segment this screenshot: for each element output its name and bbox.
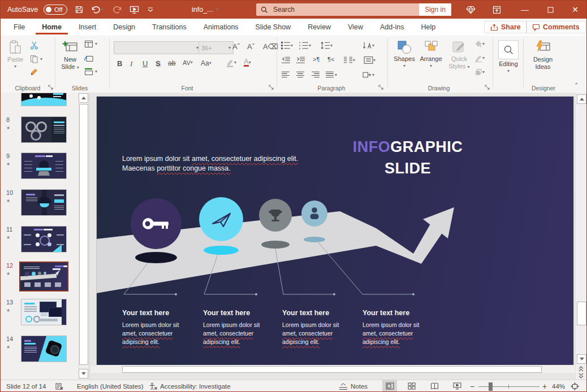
slide-thumbnail-selected[interactable] [19,262,68,291]
slide-thumbnail[interactable] [21,116,67,143]
collapse-ribbon-button[interactable]: ⌃ [574,82,579,88]
slide-sorter-view-button[interactable] [404,380,419,391]
slideshow-view-button[interactable] [450,380,464,391]
design-ideas-button[interactable]: DesignIdeas [528,40,558,71]
underline-button[interactable]: U [143,59,148,68]
highlight-color-button[interactable]: ▾ [226,58,236,67]
layout-button[interactable]: ▾ [84,40,97,48]
fit-slide-to-window-button[interactable] [571,380,579,392]
align-right-button[interactable] [310,71,320,79]
slide-thumbnail[interactable] [21,299,67,325]
horizontal-scrollbar[interactable] [90,365,576,373]
tab-slideshow[interactable]: Slide Show [249,20,297,34]
numbering-button[interactable]: ▾ [299,41,311,50]
paragraph-dialog-launcher-icon[interactable] [378,85,384,90]
slide-intro-text[interactable]: Lorem ipsum dolor sit amet, consectetuer… [122,154,307,173]
shrink-font-button[interactable]: Aˇ [247,42,254,51]
drawing-dialog-launcher-icon[interactable] [485,85,490,90]
editing-button[interactable]: Editing ▾ [496,40,521,73]
tab-home[interactable]: Home [36,20,68,34]
tab-review[interactable]: Review [301,20,337,34]
zoom-level[interactable]: 44% [552,380,565,392]
tab-animations[interactable]: Animations [197,20,245,34]
strikethrough-button[interactable]: ab [168,59,175,67]
premium-button[interactable] [462,1,479,19]
clipboard-dialog-launcher-icon[interactable] [48,85,54,90]
increase-indent-button[interactable] [296,56,305,64]
autosave-toggle[interactable]: Off [44,5,67,15]
format-painter-button[interactable] [30,68,38,76]
shapes-button[interactable]: Shapes ▾ [392,40,417,68]
ribbon-display-options-button[interactable] [488,1,505,19]
convert-smartart-button[interactable]: ▾ [362,71,374,79]
line-spacing-button[interactable]: ▾ [321,41,333,50]
zoom-out-button[interactable]: − [470,380,474,392]
comments-button[interactable]: Comments [526,21,586,33]
zoom-in-button[interactable]: + [542,380,547,392]
thumbnail-scroll-down-button[interactable] [79,369,88,378]
reading-view-button[interactable] [427,380,442,391]
search-input[interactable] [272,5,399,14]
paste-button[interactable]: Paste ▾ [5,40,25,69]
align-left-button[interactable] [281,71,291,79]
text-column-3[interactable]: Your text here Lorem ipsum dolor sit ame… [282,309,351,346]
shape-effects-button[interactable]: ▾ [474,68,485,76]
tab-design[interactable]: Design [107,20,141,34]
notes-button[interactable]: Notes [339,380,368,392]
reset-button[interactable] [84,55,93,63]
tab-help[interactable]: Help [415,20,442,34]
redo-button[interactable] [110,1,125,19]
sign-in-button[interactable]: Sign in [419,3,451,16]
panel-divider[interactable] [89,93,89,380]
new-slide-button[interactable]: NewSlide ▾ [58,40,82,71]
quick-styles-button[interactable]: QuickStyles ▾ [446,40,472,70]
text-column-2[interactable]: Your text here Lorem ipsum dolor sit ame… [203,309,272,346]
font-color-button[interactable]: A ▾ [244,58,251,67]
italic-button[interactable]: I [130,59,132,68]
slide-indicator[interactable]: Slide 12 of 14 [6,380,46,392]
share-button[interactable]: Share [484,21,527,33]
undo-button[interactable]: ▾ [89,1,106,19]
tab-file[interactable]: File [7,20,31,34]
thumbnail-scroll-up-button[interactable] [79,93,88,103]
shape-fill-button[interactable]: ▾ [474,40,485,48]
customize-toolbar-button[interactable] [144,1,157,19]
minimize-button[interactable]: — [512,1,537,19]
slide-thumbnail[interactable] [21,153,67,179]
slideshow-from-beginning-button[interactable] [126,1,142,19]
font-size-combo[interactable]: 36+▾ [198,41,234,54]
zoom-slider-thumb[interactable] [489,382,493,391]
close-button[interactable]: ✕ [563,1,587,19]
font-dialog-launcher-icon[interactable] [269,85,274,90]
zoom-slider[interactable] [478,380,539,392]
slide-canvas[interactable]: INFOGRAPHIC SLIDE Lorem ipsum dolor sit … [97,97,573,367]
text-column-4[interactable]: Your text here Lorem ipsum dolor sit ame… [362,309,431,346]
vertical-scrollbar[interactable] [575,93,587,380]
align-text-button[interactable]: ▾ [364,56,375,64]
document-title[interactable]: info_... ▾ [192,1,219,19]
columns-button[interactable]: ▾ [343,56,355,64]
text-column-1[interactable]: Your text here Lorem ipsum dolor sit ame… [122,309,191,346]
horizontal-scrollbar-thumb[interactable] [122,366,542,373]
slide-thumbnail[interactable] [21,226,67,252]
character-spacing-button[interactable]: AV▾ [183,59,193,66]
ltr-paragraph-button[interactable]: >¶ [313,56,320,63]
copy-button[interactable]: ▾ [30,55,42,63]
normal-view-button[interactable] [382,380,397,391]
tab-insert[interactable]: Insert [72,20,102,34]
bold-button[interactable]: B [117,59,122,68]
search-bar[interactable] [256,3,424,16]
rtl-paragraph-button[interactable]: ¶< [327,56,334,63]
text-shadow-button[interactable]: S [156,59,161,68]
slide-thumbnail[interactable] [21,93,67,106]
previous-slide-button[interactable] [577,365,585,372]
maximize-button[interactable] [538,1,563,19]
decrease-indent-button[interactable] [281,56,291,64]
tab-addins[interactable]: Add-ins [374,20,410,34]
tab-transitions[interactable]: Transitions [146,20,193,34]
justify-button[interactable]: ▾ [325,71,337,79]
section-button[interactable]: ▾ [84,68,97,76]
grow-font-button[interactable]: Aˆ [232,42,240,51]
text-direction-button[interactable]: ▾ [362,41,374,50]
font-name-combo[interactable]: ▾ [114,41,201,54]
